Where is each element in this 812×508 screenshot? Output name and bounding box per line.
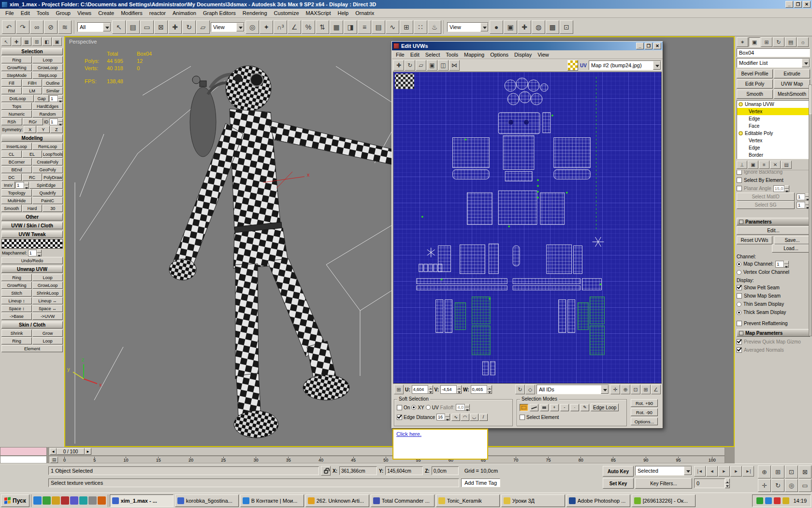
- render-type-icon[interactable]: ▣: [504, 20, 517, 34]
- polyboost-button[interactable]: GrowRing: [1, 64, 32, 71]
- gap-spinner[interactable]: 1: [49, 95, 63, 102]
- polyboost-button[interactable]: Grow: [32, 329, 63, 337]
- menu-item[interactable]: Tools: [443, 51, 461, 58]
- xy-radio[interactable]: [411, 405, 416, 410]
- layer-manager-icon[interactable]: ▤: [372, 20, 385, 34]
- maximize-button[interactable]: ❐: [645, 43, 652, 49]
- maximize-button[interactable]: ❐: [794, 1, 802, 8]
- next-frame-arrow-icon[interactable]: ►: [85, 448, 91, 455]
- prevent-reflattening-checkbox[interactable]: [737, 321, 742, 326]
- quick-launch-icon[interactable]: [52, 496, 60, 505]
- quick-launch-icon[interactable]: [43, 496, 51, 505]
- current-frame-field[interactable]: 0: [694, 478, 725, 488]
- mirror-icon[interactable]: ◨: [344, 20, 357, 34]
- map-channel-spinner[interactable]: 1: [775, 261, 789, 268]
- modifier-enabled-icon[interactable]: [739, 102, 743, 106]
- make-unique-icon[interactable]: ≡: [759, 161, 769, 169]
- dotloop-button[interactable]: DotLoop: [1, 95, 34, 102]
- polyboost-button[interactable]: GeoPoly: [32, 166, 63, 173]
- polyboost-button[interactable]: Random: [32, 110, 63, 118]
- modifier-shortcut-button[interactable]: Edit Poly: [737, 79, 773, 89]
- quick-launch-icon[interactable]: [79, 496, 87, 505]
- align-icon[interactable]: ≡: [358, 20, 371, 34]
- symmetry-y-button[interactable]: Y: [37, 126, 49, 133]
- face-mode-icon[interactable]: [540, 404, 549, 411]
- polyboost-button[interactable]: ->Base: [1, 313, 32, 320]
- modifier-shortcut-button[interactable]: MeshSmooth: [774, 90, 810, 99]
- symmetry-x-button[interactable]: X: [24, 126, 36, 133]
- pin-stack-icon[interactable]: ⊥: [737, 161, 747, 169]
- minimize-button[interactable]: _: [636, 43, 644, 49]
- angle-snap-icon[interactable]: ∠: [288, 20, 301, 34]
- maxscript-mini-listener[interactable]: [0, 456, 47, 463]
- falloff-spinner[interactable]: 4,0: [456, 404, 470, 411]
- polyboost-button[interactable]: Tops: [1, 103, 32, 110]
- time-slider[interactable]: ◄ 0 / 100 ►: [48, 447, 725, 456]
- load-uvws-button[interactable]: Load...: [772, 244, 810, 253]
- select-element-checkbox[interactable]: [520, 415, 525, 420]
- go-to-end-icon[interactable]: ►|: [742, 466, 754, 477]
- select-by-element-checkbox[interactable]: [737, 178, 742, 183]
- selection-filter-dropdown[interactable]: All: [77, 22, 111, 32]
- viewport-label[interactable]: Perspective: [69, 39, 97, 45]
- polyboost-button[interactable]: RemLoop: [32, 143, 63, 150]
- taskbar-task-button[interactable]: Tonic_Keramik: [436, 494, 500, 507]
- select-object-icon[interactable]: ↖: [112, 20, 126, 34]
- polyboost-button[interactable]: ShrinkLoop: [32, 289, 63, 297]
- menu-item[interactable]: Animation: [169, 9, 200, 17]
- v-spinner[interactable]: -4,54: [440, 385, 462, 394]
- percent-snap-icon[interactable]: %: [302, 20, 315, 34]
- shrink-selection-button[interactable]: -: [560, 404, 569, 411]
- polyboost-button[interactable]: ->UVW: [32, 313, 63, 320]
- polyboost-button[interactable]: Ring: [1, 337, 32, 344]
- polyboost-button[interactable]: Numeric: [1, 110, 32, 118]
- selection-lock-icon[interactable]: [321, 466, 331, 476]
- section-header-skin-cloth[interactable]: Skin / Cloth: [1, 321, 63, 329]
- scale-icon[interactable]: ▱: [416, 60, 426, 71]
- select-and-rotate-icon[interactable]: ↻: [182, 20, 196, 34]
- polyboost-button[interactable]: HardEdges: [32, 103, 63, 110]
- menu-item[interactable]: Mapping: [461, 51, 487, 58]
- menu-item[interactable]: Tools: [33, 9, 53, 17]
- vertex-color-radio[interactable]: [737, 270, 741, 275]
- polyboost-button[interactable]: PolyDraw: [43, 174, 63, 181]
- menu-item[interactable]: Modifiers: [117, 9, 146, 17]
- close-button[interactable]: ✕: [653, 43, 661, 49]
- tray-icon[interactable]: [783, 497, 789, 504]
- menu-item[interactable]: Edit: [17, 9, 33, 17]
- show-map-seam-row[interactable]: Show Map Seam: [737, 292, 810, 300]
- freeform-gizmo-icon[interactable]: ▣: [427, 60, 437, 71]
- show-pelt-seam-row[interactable]: Show Pelt Seam: [737, 284, 810, 292]
- polyboost-button[interactable]: GrowRing: [1, 282, 32, 289]
- edge-loop-button[interactable]: Edge Loop: [591, 403, 619, 411]
- coord-y-field[interactable]: 145,604cm: [385, 466, 423, 475]
- falloff-bell-icon[interactable]: ◠: [461, 414, 469, 421]
- falloff-spike-icon[interactable]: ◡: [470, 414, 478, 421]
- lp-move-icon[interactable]: ✚: [12, 37, 21, 46]
- polyboost-button[interactable]: Loop: [32, 56, 63, 63]
- extra-tool-icon[interactable]: ▩: [546, 20, 559, 34]
- polyboost-button[interactable]: Space ↕: [1, 305, 32, 312]
- thin-seam-row[interactable]: Thin Seam Display: [737, 300, 810, 308]
- rectangular-selection-icon[interactable]: ▭: [140, 20, 154, 34]
- tray-icon[interactable]: [765, 497, 772, 504]
- select-matid-button[interactable]: Select MatID: [737, 193, 795, 201]
- move-icon[interactable]: ✚: [393, 60, 404, 71]
- menu-item[interactable]: Select: [422, 51, 443, 58]
- arc-rotate-icon[interactable]: ↻: [771, 479, 784, 492]
- configure-modifier-sets-icon[interactable]: ▤: [781, 161, 792, 169]
- polyboost-button[interactable]: InsertLoop: [1, 143, 32, 150]
- polyboost-button[interactable]: GrowLoop: [32, 64, 63, 71]
- section-header-selection[interactable]: Selection: [1, 48, 63, 55]
- rotate-plus-90-button[interactable]: Rot. +90: [631, 399, 658, 407]
- polyboost-button[interactable]: RC: [22, 174, 43, 181]
- mapchannel-spinner[interactable]: 1: [28, 250, 42, 256]
- taskbar-task-button[interactable]: Adobe Photoshop ...: [566, 494, 630, 507]
- menu-item[interactable]: Ornatrix: [352, 9, 377, 17]
- zoom-all-icon[interactable]: ⊞: [771, 465, 784, 478]
- polyboost-button[interactable]: StepLoop: [32, 72, 63, 79]
- rgr-button[interactable]: RGr: [23, 118, 44, 125]
- time-slider-handle[interactable]: ◄ 0 / 100 ►: [50, 448, 91, 455]
- thick-seam-radio[interactable]: [737, 310, 741, 315]
- tab-utilities-icon[interactable]: ☼: [797, 37, 809, 47]
